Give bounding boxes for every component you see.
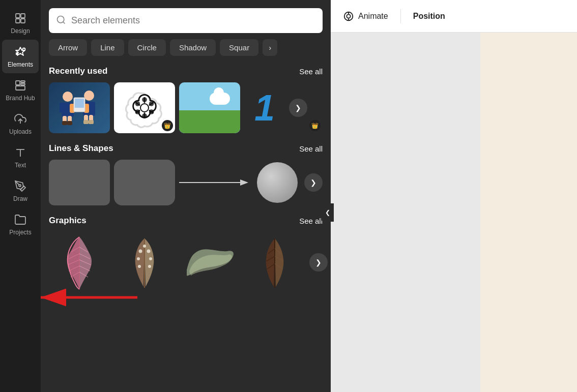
- chip-circle[interactable]: Circle: [128, 39, 166, 56]
- svg-point-5: [23, 48, 25, 51]
- svg-point-14: [57, 16, 64, 22]
- cloud-shape: [210, 93, 230, 105]
- brown-feather-svg: [128, 236, 161, 289]
- uploads-icon: [13, 112, 27, 126]
- svg-rect-23: [67, 121, 72, 125]
- sidebar-item-draw[interactable]: Draw: [2, 174, 39, 207]
- svg-rect-4: [16, 52, 18, 55]
- svg-point-24: [84, 91, 94, 101]
- lines-shapes-header: Lines & Shapes See all: [49, 143, 323, 154]
- recently-item-people[interactable]: 👑: [49, 82, 110, 133]
- graphics-see-all[interactable]: See all: [299, 217, 323, 225]
- brand-hub-icon: [13, 78, 27, 93]
- collapse-panel-arrow[interactable]: ❮: [322, 203, 334, 222]
- sidebar-label-uploads: Uploads: [9, 128, 32, 135]
- svg-rect-0: [16, 14, 20, 18]
- graphics-header: Graphics See all: [49, 216, 323, 226]
- svg-point-74: [347, 14, 350, 18]
- recently-item-landscape[interactable]: [179, 82, 240, 133]
- svg-point-64: [148, 265, 151, 268]
- animate-button[interactable]: Animate: [343, 11, 388, 22]
- sidebar-item-projects[interactable]: Projects: [2, 207, 39, 241]
- svg-rect-2: [16, 19, 20, 23]
- graphic-item-dark-feather[interactable]: [244, 232, 305, 293]
- right-panel: Animate Position ❮: [331, 0, 577, 392]
- sidebar-label-projects: Projects: [9, 229, 31, 236]
- svg-rect-7: [21, 81, 25, 82]
- sidebar-label-brand-hub: Brand Hub: [6, 95, 35, 102]
- animate-icon: [343, 11, 354, 22]
- sidebar-label-design: Design: [11, 27, 30, 35]
- canvas-left[interactable]: ❮: [331, 33, 480, 392]
- svg-point-16: [63, 92, 73, 102]
- shape-item-arrow[interactable]: [179, 160, 250, 205]
- graphic-item-paint-stroke[interactable]: [179, 232, 240, 293]
- text-icon: [13, 145, 27, 160]
- lines-shapes-see-all[interactable]: See all: [299, 144, 323, 153]
- svg-rect-9: [16, 86, 25, 90]
- graphic-item-brown-feather[interactable]: [114, 232, 175, 293]
- svg-point-62: [147, 249, 150, 253]
- svg-point-13: [19, 185, 21, 187]
- people-illustration: 👑: [49, 82, 110, 133]
- shape-item-square[interactable]: [49, 160, 110, 205]
- openai-logo: [124, 87, 165, 128]
- sidebar-item-design[interactable]: Design: [2, 6, 39, 40]
- sidebar-label-draw: Draw: [13, 195, 27, 202]
- recently-used-see-all[interactable]: See all: [299, 67, 323, 76]
- svg-point-60: [137, 257, 140, 260]
- svg-point-59: [138, 249, 142, 253]
- chip-line[interactable]: Line: [91, 39, 124, 56]
- chip-square[interactable]: Squar: [220, 39, 258, 56]
- top-toolbar: Animate Position: [331, 0, 577, 33]
- recently-used-title: Recently used: [49, 66, 107, 76]
- sidebar-label-elements: Elements: [8, 61, 33, 68]
- design-icon: [13, 11, 27, 25]
- chip-more[interactable]: ›: [263, 39, 277, 56]
- svg-rect-31: [89, 120, 94, 124]
- chip-shadow[interactable]: Shadow: [170, 39, 216, 56]
- search-input[interactable]: [49, 8, 323, 33]
- elements-panel: Arrow Line Circle Shadow Squar › Recentl…: [41, 0, 331, 392]
- svg-rect-8: [21, 83, 25, 85]
- search-bar: [49, 8, 323, 33]
- svg-marker-48: [240, 179, 248, 186]
- dark-feather-svg: [261, 236, 289, 289]
- shapes-row: ❯: [49, 160, 323, 205]
- category-chips: Arrow Line Circle Shadow Squar ›: [41, 39, 331, 62]
- position-button[interactable]: Position: [413, 12, 445, 21]
- shapes-scroll-arrow[interactable]: ❯: [304, 173, 323, 192]
- ground-shape: [179, 110, 240, 133]
- recently-used-scroll-arrow[interactable]: ❯: [289, 99, 307, 117]
- sidebar-item-text[interactable]: Text: [2, 140, 39, 174]
- panel-content: Recently used See all: [41, 62, 331, 392]
- sidebar-item-elements[interactable]: Elements: [2, 40, 39, 73]
- landscape-scene: [179, 82, 240, 133]
- shape-item-rounded[interactable]: [114, 160, 175, 205]
- recently-item-openai[interactable]: 👑: [114, 82, 175, 133]
- svg-rect-3: [21, 19, 25, 23]
- arrow-svg: [179, 177, 250, 188]
- graphic-item-pink-feather[interactable]: [49, 232, 110, 293]
- lines-shapes-title: Lines & Shapes: [49, 143, 113, 154]
- sidebar-item-brand-hub[interactable]: Brand Hub: [2, 73, 39, 107]
- svg-rect-1: [21, 14, 25, 18]
- canvas-right: [480, 33, 577, 392]
- graphics-scroll-arrow[interactable]: ❯: [309, 253, 328, 272]
- svg-rect-18: [60, 103, 65, 113]
- recently-used-row: 👑: [49, 82, 323, 133]
- draw-icon: [13, 179, 27, 193]
- sidebar-item-uploads[interactable]: Uploads: [2, 107, 39, 140]
- recently-item-number[interactable]: 1: [244, 82, 285, 133]
- chip-arrow[interactable]: Arrow: [49, 39, 87, 56]
- elements-icon: [13, 45, 27, 59]
- crown-badge-openai: 👑: [162, 120, 173, 131]
- sidebar-label-text: Text: [15, 162, 26, 169]
- shape-item-circle[interactable]: [254, 160, 300, 205]
- svg-point-40: [140, 104, 149, 112]
- projects-icon: [13, 213, 27, 227]
- canvas-area: ❮: [331, 33, 577, 392]
- graphics-row: ❯: [49, 232, 323, 293]
- svg-point-65: [143, 245, 146, 248]
- svg-point-63: [149, 257, 152, 260]
